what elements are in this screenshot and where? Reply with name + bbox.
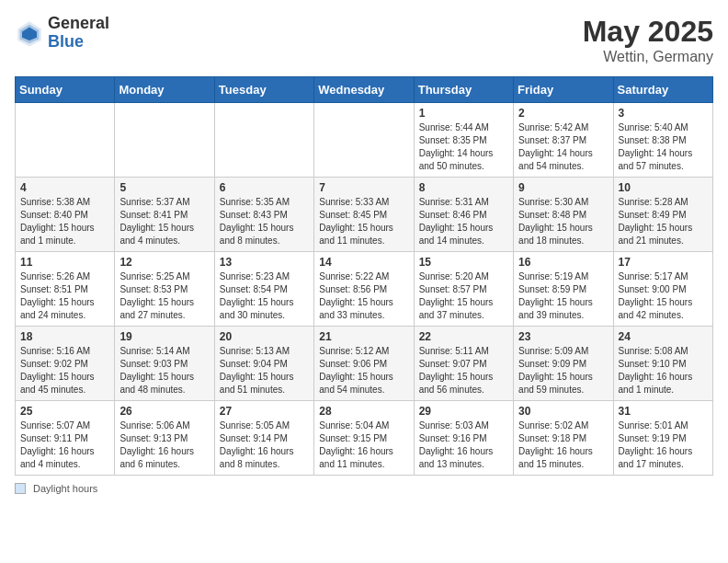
day-info: Sunrise: 5:40 AM Sunset: 8:38 PM Dayligh… bbox=[619, 122, 693, 171]
day-number: 24 bbox=[619, 330, 708, 343]
day-number: 23 bbox=[518, 330, 608, 343]
col-thursday: Thursday bbox=[414, 77, 513, 103]
logo-general-text: General bbox=[48, 15, 109, 33]
day-number: 27 bbox=[220, 405, 309, 418]
day-info: Sunrise: 5:04 AM Sunset: 9:15 PM Dayligh… bbox=[319, 420, 393, 469]
day-info: Sunrise: 5:08 AM Sunset: 9:10 PM Dayligh… bbox=[619, 346, 693, 395]
day-number: 18 bbox=[20, 330, 109, 343]
day-number: 20 bbox=[220, 330, 309, 343]
day-info: Sunrise: 5:20 AM Sunset: 8:57 PM Dayligh… bbox=[419, 271, 494, 320]
col-saturday: Saturday bbox=[613, 77, 712, 103]
day-info: Sunrise: 5:05 AM Sunset: 9:14 PM Dayligh… bbox=[220, 420, 294, 469]
col-tuesday: Tuesday bbox=[214, 77, 313, 103]
table-row: 12Sunrise: 5:25 AM Sunset: 8:53 PM Dayli… bbox=[115, 252, 214, 327]
day-info: Sunrise: 5:33 AM Sunset: 8:45 PM Dayligh… bbox=[319, 197, 393, 246]
daylight-legend-box bbox=[15, 483, 26, 494]
logo-blue-text: Blue bbox=[48, 33, 109, 52]
day-info: Sunrise: 5:02 AM Sunset: 9:18 PM Dayligh… bbox=[518, 420, 593, 469]
day-info: Sunrise: 5:30 AM Sunset: 8:48 PM Dayligh… bbox=[518, 197, 593, 246]
table-row: 13Sunrise: 5:23 AM Sunset: 8:54 PM Dayli… bbox=[214, 252, 313, 327]
day-number: 31 bbox=[619, 405, 708, 418]
table-row: 18Sunrise: 5:16 AM Sunset: 9:02 PM Dayli… bbox=[16, 327, 115, 401]
logo: General Blue bbox=[15, 15, 109, 52]
day-info: Sunrise: 5:01 AM Sunset: 9:19 PM Dayligh… bbox=[619, 420, 693, 469]
day-info: Sunrise: 5:22 AM Sunset: 8:56 PM Dayligh… bbox=[319, 271, 393, 320]
day-number: 22 bbox=[419, 330, 508, 343]
day-info: Sunrise: 5:26 AM Sunset: 8:51 PM Dayligh… bbox=[20, 271, 95, 320]
table-row: 25Sunrise: 5:07 AM Sunset: 9:11 PM Dayli… bbox=[16, 401, 115, 476]
day-number: 21 bbox=[319, 330, 408, 343]
day-number: 19 bbox=[119, 330, 209, 343]
day-info: Sunrise: 5:14 AM Sunset: 9:03 PM Dayligh… bbox=[119, 346, 194, 395]
day-info: Sunrise: 5:35 AM Sunset: 8:43 PM Dayligh… bbox=[220, 197, 294, 246]
day-number: 9 bbox=[518, 181, 608, 194]
table-row: 26Sunrise: 5:06 AM Sunset: 9:13 PM Dayli… bbox=[115, 401, 214, 476]
calendar-week-row: 1Sunrise: 5:44 AM Sunset: 8:35 PM Daylig… bbox=[16, 103, 713, 178]
table-row: 29Sunrise: 5:03 AM Sunset: 9:16 PM Dayli… bbox=[414, 401, 513, 476]
day-number: 12 bbox=[119, 256, 209, 269]
calendar-week-row: 11Sunrise: 5:26 AM Sunset: 8:51 PM Dayli… bbox=[16, 252, 713, 327]
day-number: 10 bbox=[619, 181, 708, 194]
col-wednesday: Wednesday bbox=[314, 77, 414, 103]
calendar-table: Sunday Monday Tuesday Wednesday Thursday… bbox=[15, 76, 713, 476]
day-number: 8 bbox=[419, 181, 508, 194]
table-row bbox=[314, 103, 414, 178]
day-info: Sunrise: 5:31 AM Sunset: 8:46 PM Dayligh… bbox=[419, 197, 494, 246]
table-row bbox=[115, 103, 214, 178]
table-row: 20Sunrise: 5:13 AM Sunset: 9:04 PM Dayli… bbox=[214, 327, 313, 401]
table-row: 16Sunrise: 5:19 AM Sunset: 8:59 PM Dayli… bbox=[514, 252, 613, 327]
day-info: Sunrise: 5:28 AM Sunset: 8:49 PM Dayligh… bbox=[619, 197, 693, 246]
table-row: 24Sunrise: 5:08 AM Sunset: 9:10 PM Dayli… bbox=[613, 327, 712, 401]
table-row bbox=[214, 103, 313, 178]
table-row: 14Sunrise: 5:22 AM Sunset: 8:56 PM Dayli… bbox=[314, 252, 414, 327]
col-friday: Friday bbox=[514, 77, 613, 103]
calendar-week-row: 18Sunrise: 5:16 AM Sunset: 9:02 PM Dayli… bbox=[16, 327, 713, 401]
table-row: 27Sunrise: 5:05 AM Sunset: 9:14 PM Dayli… bbox=[214, 401, 313, 476]
table-row: 19Sunrise: 5:14 AM Sunset: 9:03 PM Dayli… bbox=[115, 327, 214, 401]
day-info: Sunrise: 5:03 AM Sunset: 9:16 PM Dayligh… bbox=[419, 420, 494, 469]
day-number: 29 bbox=[419, 405, 508, 418]
day-number: 15 bbox=[419, 256, 508, 269]
table-row: 2Sunrise: 5:42 AM Sunset: 8:37 PM Daylig… bbox=[514, 103, 613, 178]
day-number: 16 bbox=[518, 256, 608, 269]
day-info: Sunrise: 5:44 AM Sunset: 8:35 PM Dayligh… bbox=[419, 122, 494, 171]
location-subtitle: Wettin, Germany bbox=[583, 49, 713, 65]
table-row: 5Sunrise: 5:37 AM Sunset: 8:41 PM Daylig… bbox=[115, 178, 214, 252]
table-row: 8Sunrise: 5:31 AM Sunset: 8:46 PM Daylig… bbox=[414, 178, 513, 252]
table-row: 9Sunrise: 5:30 AM Sunset: 8:48 PM Daylig… bbox=[514, 178, 613, 252]
day-number: 30 bbox=[518, 405, 608, 418]
logo-text: General Blue bbox=[48, 15, 109, 52]
table-row bbox=[16, 103, 115, 178]
day-info: Sunrise: 5:38 AM Sunset: 8:40 PM Dayligh… bbox=[20, 197, 95, 246]
table-row: 1Sunrise: 5:44 AM Sunset: 8:35 PM Daylig… bbox=[414, 103, 513, 178]
calendar-week-row: 4Sunrise: 5:38 AM Sunset: 8:40 PM Daylig… bbox=[16, 178, 713, 252]
table-row: 11Sunrise: 5:26 AM Sunset: 8:51 PM Dayli… bbox=[16, 252, 115, 327]
calendar-header-row: Sunday Monday Tuesday Wednesday Thursday… bbox=[16, 77, 713, 103]
day-number: 4 bbox=[20, 181, 109, 194]
table-row: 22Sunrise: 5:11 AM Sunset: 9:07 PM Dayli… bbox=[414, 327, 513, 401]
table-row: 23Sunrise: 5:09 AM Sunset: 9:09 PM Dayli… bbox=[514, 327, 613, 401]
day-number: 17 bbox=[619, 256, 708, 269]
day-number: 2 bbox=[518, 107, 608, 120]
month-year-title: May 2025 bbox=[583, 15, 713, 49]
day-info: Sunrise: 5:16 AM Sunset: 9:02 PM Dayligh… bbox=[20, 346, 95, 395]
day-info: Sunrise: 5:23 AM Sunset: 8:54 PM Dayligh… bbox=[220, 271, 294, 320]
table-row: 3Sunrise: 5:40 AM Sunset: 8:38 PM Daylig… bbox=[613, 103, 712, 178]
table-row: 31Sunrise: 5:01 AM Sunset: 9:19 PM Dayli… bbox=[613, 401, 712, 476]
day-info: Sunrise: 5:25 AM Sunset: 8:53 PM Dayligh… bbox=[119, 271, 194, 320]
calendar-week-row: 25Sunrise: 5:07 AM Sunset: 9:11 PM Dayli… bbox=[16, 401, 713, 476]
table-row: 4Sunrise: 5:38 AM Sunset: 8:40 PM Daylig… bbox=[16, 178, 115, 252]
day-info: Sunrise: 5:09 AM Sunset: 9:09 PM Dayligh… bbox=[518, 346, 593, 395]
day-number: 25 bbox=[20, 405, 109, 418]
day-number: 11 bbox=[20, 256, 109, 269]
col-sunday: Sunday bbox=[16, 77, 115, 103]
day-info: Sunrise: 5:06 AM Sunset: 9:13 PM Dayligh… bbox=[119, 420, 194, 469]
table-row: 15Sunrise: 5:20 AM Sunset: 8:57 PM Dayli… bbox=[414, 252, 513, 327]
day-number: 6 bbox=[220, 181, 309, 194]
table-row: 17Sunrise: 5:17 AM Sunset: 9:00 PM Dayli… bbox=[613, 252, 712, 327]
day-info: Sunrise: 5:07 AM Sunset: 9:11 PM Dayligh… bbox=[20, 420, 95, 469]
logo-icon bbox=[15, 18, 44, 48]
day-number: 28 bbox=[319, 405, 408, 418]
day-info: Sunrise: 5:42 AM Sunset: 8:37 PM Dayligh… bbox=[518, 122, 593, 171]
day-info: Sunrise: 5:17 AM Sunset: 9:00 PM Dayligh… bbox=[619, 271, 693, 320]
